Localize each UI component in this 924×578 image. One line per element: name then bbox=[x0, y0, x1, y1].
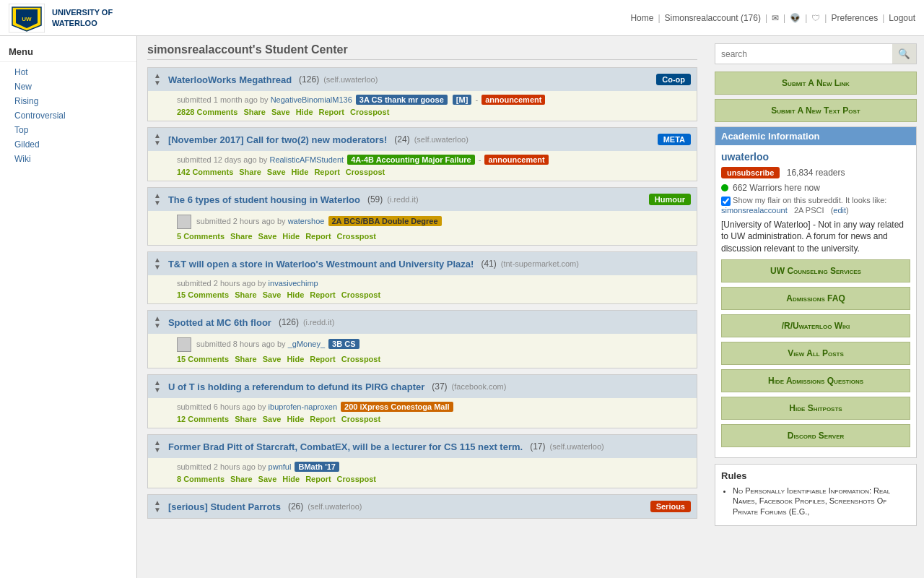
hide-link[interactable]: Hide bbox=[287, 290, 304, 299]
downvote-button[interactable]: ▼ bbox=[154, 199, 161, 207]
wiki-link[interactable]: /R/Uwaterloo Wiki bbox=[721, 314, 910, 337]
post-user-flair: 3A CS thank mr goose bbox=[356, 95, 448, 105]
share-link[interactable]: Share bbox=[243, 108, 266, 116]
main-content: simonsrealaccount's Student Center ▲ ▼ W… bbox=[137, 36, 707, 578]
crosspost-link[interactable]: Crosspost bbox=[350, 108, 389, 116]
search-button[interactable]: 🔍 bbox=[892, 44, 916, 64]
share-link[interactable]: Share bbox=[230, 232, 253, 241]
comments-link[interactable]: 15 Comments bbox=[177, 355, 229, 363]
report-link[interactable]: Report bbox=[314, 168, 339, 176]
by-label: by bbox=[258, 279, 269, 288]
save-link[interactable]: Save bbox=[263, 290, 282, 299]
comments-link[interactable]: 5 Comments bbox=[177, 232, 225, 241]
crosspost-link[interactable]: Crosspost bbox=[341, 355, 380, 363]
crosspost-link[interactable]: Crosspost bbox=[341, 290, 380, 299]
mail-icon[interactable]: ✉ bbox=[772, 13, 779, 23]
reddit-icon[interactable]: 👽 bbox=[790, 13, 801, 23]
sidebar-item-hot[interactable]: Hot bbox=[0, 65, 136, 79]
report-link[interactable]: Report bbox=[305, 475, 331, 483]
flair-checkbox[interactable] bbox=[721, 197, 731, 206]
search-box: 🔍 bbox=[715, 43, 917, 64]
comments-link[interactable]: 142 Comments bbox=[177, 168, 233, 176]
downvote-button[interactable]: ▼ bbox=[154, 264, 161, 271]
hide-link[interactable]: Hide bbox=[287, 355, 304, 363]
save-link[interactable]: Save bbox=[267, 168, 286, 176]
post-item: ▲ ▼ [November 2017] Call for two(2) new … bbox=[147, 127, 697, 181]
report-link[interactable]: Report bbox=[319, 108, 344, 116]
save-link[interactable]: Save bbox=[258, 232, 277, 241]
hide-link[interactable]: Hide bbox=[282, 232, 300, 241]
search-input[interactable] bbox=[715, 44, 892, 64]
crosspost-link[interactable]: Crosspost bbox=[341, 415, 380, 423]
hide-link[interactable]: Hide bbox=[292, 168, 309, 176]
comments-link[interactable]: 12 Comments bbox=[177, 415, 229, 423]
sidebar-item-top[interactable]: Top bbox=[0, 123, 136, 137]
comments-link[interactable]: 2828 Comments bbox=[177, 108, 237, 116]
hide-shitposts-link[interactable]: Hide Shitposts bbox=[721, 397, 910, 420]
save-link[interactable]: Save bbox=[258, 475, 277, 483]
report-link[interactable]: Report bbox=[310, 415, 335, 423]
unsubscribe-button[interactable]: unsubscribe bbox=[721, 167, 780, 178]
submit-text-button[interactable]: Submit A New Text Post bbox=[715, 99, 917, 122]
sidebar-item-wiki[interactable]: Wiki bbox=[0, 152, 136, 166]
flair-name-link[interactable]: simonsrealaccount bbox=[721, 206, 788, 215]
downvote-button[interactable]: ▼ bbox=[154, 322, 161, 329]
hide-admissions-link[interactable]: Hide Admissions Questions bbox=[721, 369, 910, 392]
admissions-faq-link[interactable]: Admissions FAQ bbox=[721, 287, 910, 310]
post-mod-badge: [M] bbox=[453, 95, 472, 105]
post-author-link[interactable]: watershoe bbox=[288, 217, 325, 225]
downvote-button[interactable]: ▼ bbox=[154, 447, 161, 454]
post-author-link[interactable]: RealisticAFMStudent bbox=[269, 155, 344, 164]
post-title-link[interactable]: U of T is holding a referendum to defund… bbox=[168, 381, 424, 392]
logout-link[interactable]: Logout bbox=[889, 13, 915, 23]
post-title-link[interactable]: T&T will open a store in Waterloo's West… bbox=[168, 259, 474, 269]
post-title-link[interactable]: The 6 types of student housing in Waterl… bbox=[168, 194, 360, 205]
flair-edit-link[interactable]: edit bbox=[833, 206, 846, 215]
downvote-button[interactable]: ▼ bbox=[154, 139, 161, 147]
post-author-link[interactable]: invasivechimp bbox=[269, 279, 318, 288]
post-title-link[interactable]: [serious] Student Parrots bbox=[168, 501, 281, 512]
save-link[interactable]: Save bbox=[271, 108, 290, 116]
post-author-link[interactable]: _gMoney_ bbox=[288, 340, 325, 348]
post-author-link[interactable]: pwnful bbox=[269, 462, 292, 471]
sidebar-item-new[interactable]: New bbox=[0, 79, 136, 94]
report-link[interactable]: Report bbox=[305, 232, 331, 241]
post-author-link[interactable]: ibuprofen-naproxen bbox=[269, 402, 337, 411]
discord-link[interactable]: Discord Server bbox=[721, 424, 910, 447]
account-link[interactable]: Simonsrealaccount (176) bbox=[665, 13, 761, 23]
hide-link[interactable]: Hide bbox=[287, 415, 304, 423]
share-link[interactable]: Share bbox=[230, 475, 253, 483]
post-author-link[interactable]: NegativeBinomialM136 bbox=[271, 95, 352, 104]
sidebar-item-controversial[interactable]: Controversial bbox=[0, 108, 136, 123]
preferences-link[interactable]: Preferences bbox=[831, 13, 878, 23]
hide-link[interactable]: Hide bbox=[282, 475, 300, 483]
view-all-posts-link[interactable]: View All Posts bbox=[721, 342, 910, 365]
comments-link[interactable]: 8 Comments bbox=[177, 475, 225, 483]
save-link[interactable]: Save bbox=[263, 355, 282, 363]
share-link[interactable]: Share bbox=[235, 355, 257, 363]
report-link[interactable]: Report bbox=[310, 290, 335, 299]
post-item: ▲ ▼ U of T is holding a referendum to de… bbox=[147, 374, 697, 428]
post-title-link[interactable]: Spotted at MC 6th floor bbox=[168, 317, 271, 328]
comments-link[interactable]: 15 Comments bbox=[177, 290, 229, 299]
uw-counseling-link[interactable]: UW Counseling Services bbox=[721, 259, 910, 282]
hide-link[interactable]: Hide bbox=[296, 108, 313, 116]
post-title-link[interactable]: [November 2017] Call for two(2) new mode… bbox=[168, 134, 387, 145]
crosspost-link[interactable]: Crosspost bbox=[337, 232, 376, 241]
home-link[interactable]: Home bbox=[630, 13, 653, 23]
downvote-button[interactable]: ▼ bbox=[154, 387, 161, 394]
share-link[interactable]: Share bbox=[235, 290, 257, 299]
crosspost-link[interactable]: Crosspost bbox=[337, 475, 376, 483]
post-title-link[interactable]: WaterlooWorks Megathread bbox=[168, 74, 292, 85]
submit-link-button[interactable]: Submit A New Link bbox=[715, 72, 917, 95]
sidebar-item-gilded[interactable]: Gilded bbox=[0, 137, 136, 152]
crosspost-link[interactable]: Crosspost bbox=[346, 168, 385, 176]
share-link[interactable]: Share bbox=[235, 415, 257, 423]
sidebar-item-rising[interactable]: Rising bbox=[0, 94, 136, 108]
share-link[interactable]: Share bbox=[239, 168, 261, 176]
downvote-button[interactable]: ▼ bbox=[154, 79, 161, 87]
downvote-button[interactable]: ▼ bbox=[154, 506, 161, 514]
save-link[interactable]: Save bbox=[263, 415, 282, 423]
post-title-link[interactable]: Former Brad Pitt of Starcraft, CombatEX,… bbox=[168, 441, 523, 452]
report-link[interactable]: Report bbox=[310, 355, 335, 363]
